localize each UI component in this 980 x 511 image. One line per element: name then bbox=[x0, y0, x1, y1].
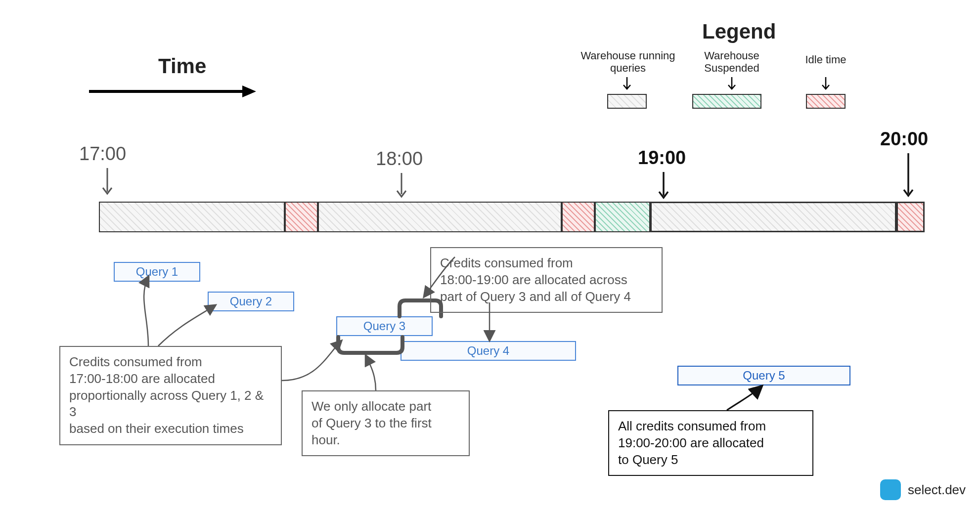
svg-marker-1 bbox=[242, 85, 256, 97]
query-label: Query 1 bbox=[115, 263, 199, 279]
tick-18: 18:00 bbox=[376, 148, 423, 170]
brand-name: select.dev bbox=[908, 482, 966, 498]
arrow-down-icon bbox=[727, 77, 737, 92]
segment-suspended bbox=[595, 202, 650, 232]
segment-idle bbox=[562, 202, 595, 232]
note-text: All credits consumed from19:00-20:00 are… bbox=[618, 418, 803, 468]
segment-running bbox=[318, 202, 562, 232]
arrow-down-icon bbox=[101, 168, 113, 198]
brand-logo-icon bbox=[880, 479, 901, 500]
segment-idle bbox=[285, 202, 318, 232]
note-box-1: Credits consumed from17:00-18:00 are all… bbox=[59, 346, 282, 445]
arrow-down-icon bbox=[622, 77, 632, 92]
legend-label-running: Warehouse runningqueries bbox=[574, 49, 682, 75]
note-box-2: We only allocate partof Query 3 to the f… bbox=[302, 390, 470, 456]
note-text: Credits consumed from18:00-19:00 are all… bbox=[440, 255, 653, 305]
legend-title: Legend bbox=[702, 20, 776, 43]
tick-20: 20:00 bbox=[880, 128, 928, 150]
query-label: Query 5 bbox=[678, 367, 849, 383]
time-heading: Time bbox=[158, 54, 206, 78]
legend-swatch-running bbox=[607, 94, 647, 109]
tick-19: 19:00 bbox=[638, 147, 686, 169]
diagram-canvas: Time Legend Warehouse runningqueries War… bbox=[0, 0, 980, 511]
query-label: Query 4 bbox=[401, 342, 575, 358]
query-2: Query 2 bbox=[208, 292, 294, 311]
tick-17: 17:00 bbox=[79, 143, 126, 165]
arrow-down-icon bbox=[658, 172, 669, 202]
arrow-down-icon bbox=[396, 173, 407, 200]
legend-swatch-idle bbox=[806, 94, 846, 109]
legend-label-suspended: WarehouseSuspended bbox=[682, 49, 781, 75]
query-1: Query 1 bbox=[114, 262, 200, 282]
query-5: Query 5 bbox=[677, 366, 850, 385]
legend-swatch-suspended bbox=[692, 94, 761, 109]
query-4: Query 4 bbox=[401, 341, 576, 361]
segment-idle bbox=[896, 202, 925, 232]
segment-running bbox=[99, 202, 285, 232]
note-text: Credits consumed from17:00-18:00 are all… bbox=[69, 354, 272, 437]
note-box-3: Credits consumed from18:00-19:00 are all… bbox=[430, 247, 663, 313]
note-box-4: All credits consumed from19:00-20:00 are… bbox=[608, 410, 813, 476]
time-arrow-icon bbox=[89, 84, 257, 99]
arrow-down-icon bbox=[902, 153, 914, 200]
arrow-down-icon bbox=[821, 77, 831, 92]
note-text: We only allocate partof Query 3 to the f… bbox=[312, 398, 460, 448]
segment-running bbox=[650, 202, 896, 232]
legend-label-idle: Idle time bbox=[786, 53, 865, 66]
timeline-track bbox=[99, 202, 925, 232]
bracket-bottom-icon bbox=[334, 335, 406, 359]
query-label: Query 2 bbox=[209, 293, 293, 308]
brand-footer: select.dev bbox=[880, 479, 966, 500]
